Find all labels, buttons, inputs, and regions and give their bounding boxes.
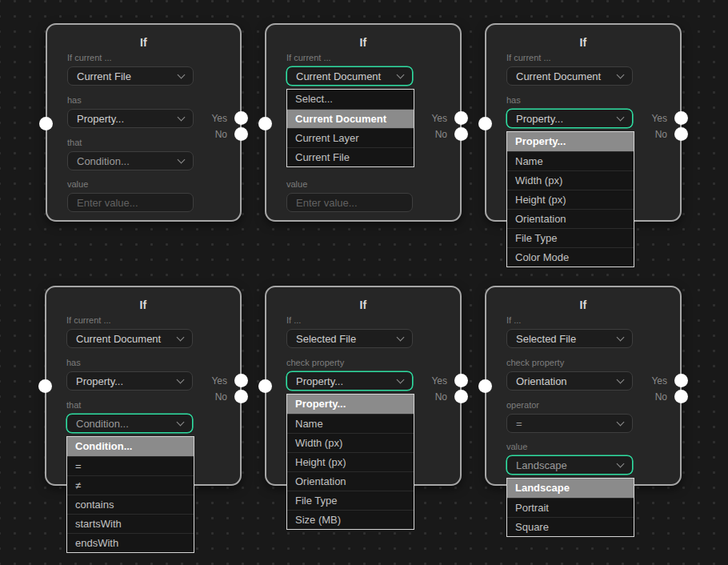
dropdown-option[interactable]: Square xyxy=(507,517,634,536)
dropdown-option[interactable]: Property... xyxy=(507,132,634,151)
input-port[interactable] xyxy=(39,117,53,130)
field-label: If current ... xyxy=(66,315,111,325)
that-select[interactable]: Condition... xyxy=(66,414,193,433)
field-label: If current ... xyxy=(506,53,551,62)
field-label: If current ... xyxy=(67,53,112,62)
dropdown-option[interactable]: Size (MB) xyxy=(287,510,414,529)
node-title: If xyxy=(46,299,240,311)
output-port-yes[interactable] xyxy=(674,111,688,125)
input-port[interactable] xyxy=(478,117,492,130)
field-label: check property xyxy=(286,358,344,367)
if-current-select[interactable]: Current Document xyxy=(66,329,193,348)
value-input[interactable] xyxy=(286,193,413,212)
dropdown-option[interactable]: Name xyxy=(287,414,414,433)
field-label: value xyxy=(67,179,88,189)
output-port-yes[interactable] xyxy=(234,111,248,125)
output-label-yes: Yes xyxy=(651,375,667,387)
dropdown-option[interactable]: Current Document xyxy=(287,109,414,128)
dropdown-option[interactable]: Select... xyxy=(287,90,414,109)
if-current-select[interactable]: Current Document xyxy=(506,66,633,86)
dropdown-option[interactable]: Width (px) xyxy=(507,170,634,190)
input-port[interactable] xyxy=(38,379,52,393)
node-editor-canvas[interactable]: IfYesNoIf current ...Current FilehasProp… xyxy=(0,0,728,565)
output-label-no: No xyxy=(435,391,447,403)
value-input[interactable] xyxy=(67,193,194,212)
output-port-no[interactable] xyxy=(674,390,688,403)
output-port-no[interactable] xyxy=(234,390,248,403)
dropdown-option[interactable]: endsWith xyxy=(67,533,194,552)
select-value: Landscape xyxy=(516,459,567,471)
dropdown-option[interactable]: contains xyxy=(67,495,194,514)
if-current-select[interactable]: Current File xyxy=(67,66,194,86)
has-select[interactable]: Property... xyxy=(66,371,193,391)
output-label-yes: Yes xyxy=(431,113,447,124)
chevron-down-icon xyxy=(397,70,405,78)
if-node[interactable]: IfYesNoIf current ...Current DocumentSel… xyxy=(265,23,462,222)
input-port[interactable] xyxy=(258,117,272,130)
output-port-no[interactable] xyxy=(454,127,468,141)
output-label-yes: Yes xyxy=(651,113,667,124)
dropdown-option[interactable]: File Type xyxy=(287,491,414,510)
dropdown-option[interactable]: ≠ xyxy=(67,475,194,495)
if-current-select[interactable]: Current Document xyxy=(286,66,413,86)
chevron-down-icon xyxy=(177,418,185,426)
input-port[interactable] xyxy=(478,379,492,393)
check-property-select[interactable]: Orientation xyxy=(506,371,633,391)
output-port-no[interactable] xyxy=(674,127,688,141)
field-label: operator xyxy=(506,400,539,410)
has-select[interactable]: Property... xyxy=(506,109,633,128)
dropdown-option[interactable]: Property... xyxy=(287,395,414,414)
dropdown-menu: LandscapePortraitSquare xyxy=(506,478,634,537)
dropdown-option[interactable]: startsWith xyxy=(67,514,194,533)
select-value: Current Document xyxy=(296,70,381,82)
field-label: If ... xyxy=(286,315,301,325)
output-port-no[interactable] xyxy=(234,127,248,141)
select-value: = xyxy=(516,418,522,430)
if-node[interactable]: IfYesNoIf ...Selected Filecheck property… xyxy=(485,286,682,486)
check-property-select[interactable]: Property... xyxy=(286,371,413,391)
dropdown-option[interactable]: Name xyxy=(507,151,634,170)
chevron-down-icon xyxy=(617,333,625,341)
output-port-yes[interactable] xyxy=(234,374,248,387)
that-select[interactable]: Condition... xyxy=(67,151,194,170)
dropdown-option[interactable]: Height (px) xyxy=(507,190,634,209)
has-select[interactable]: Property... xyxy=(67,109,194,128)
field-label: has xyxy=(67,95,82,105)
output-port-no[interactable] xyxy=(454,390,468,403)
if-node[interactable]: IfYesNoIf current ...Current FilehasProp… xyxy=(46,23,242,222)
chevron-down-icon xyxy=(178,70,186,78)
dropdown-option[interactable]: Width (px) xyxy=(287,433,414,452)
dropdown-option[interactable]: Height (px) xyxy=(287,452,414,471)
node-title: If xyxy=(47,36,240,49)
dropdown-option[interactable]: Orientation xyxy=(507,209,634,228)
output-label-no: No xyxy=(215,391,227,403)
output-port-yes[interactable] xyxy=(454,374,468,387)
if-select[interactable]: Selected File xyxy=(506,329,633,348)
value-select[interactable]: Landscape xyxy=(506,455,633,475)
if-node[interactable]: IfYesNoIf ...Selected Filecheck property… xyxy=(265,286,462,486)
dropdown-option[interactable]: = xyxy=(67,456,194,475)
output-port-yes[interactable] xyxy=(454,111,468,125)
if-select[interactable]: Selected File xyxy=(286,329,413,348)
field-label: If current ... xyxy=(286,53,331,62)
select-value: Selected File xyxy=(296,333,356,345)
output-label-no: No xyxy=(655,129,667,140)
dropdown-option[interactable]: Landscape xyxy=(507,479,634,498)
if-node[interactable]: IfYesNoIf current ...Current Documenthas… xyxy=(485,23,682,222)
output-label-no: No xyxy=(655,391,667,403)
dropdown-option[interactable]: Color Mode xyxy=(507,247,634,266)
dropdown-option[interactable]: Current File xyxy=(287,147,414,166)
dropdown-option[interactable]: File Type xyxy=(507,228,634,247)
if-node[interactable]: IfYesNoIf current ...Current Documenthas… xyxy=(45,286,242,486)
operator-select[interactable]: = xyxy=(506,414,633,433)
field-label: has xyxy=(506,95,521,105)
dropdown-option[interactable]: Current Layer xyxy=(287,128,414,147)
output-port-yes[interactable] xyxy=(674,374,688,387)
dropdown-option[interactable]: Orientation xyxy=(287,471,414,491)
select-value: Property... xyxy=(77,113,124,125)
input-port[interactable] xyxy=(258,379,272,393)
dropdown-option[interactable]: Portrait xyxy=(507,498,634,517)
dropdown-option[interactable]: Condition... xyxy=(67,437,194,456)
chevron-down-icon xyxy=(617,459,625,467)
field-label: that xyxy=(67,138,82,147)
